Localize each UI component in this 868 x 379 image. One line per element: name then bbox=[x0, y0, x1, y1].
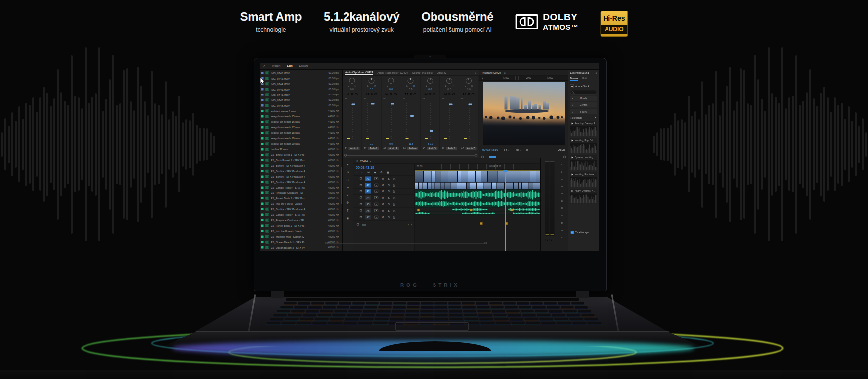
solo-button[interactable]: S bbox=[387, 196, 390, 199]
video-clip-thumbnail[interactable] bbox=[467, 183, 470, 190]
voiceover-mic-icon[interactable] bbox=[393, 197, 395, 199]
mute-button[interactable]: M bbox=[347, 92, 350, 96]
home-icon[interactable]: ⌂ bbox=[263, 64, 265, 68]
video-clip-thumbnail[interactable] bbox=[533, 183, 540, 190]
record-button[interactable]: O bbox=[472, 92, 475, 96]
solo-button[interactable]: S bbox=[387, 216, 390, 219]
work-area-bar[interactable] bbox=[415, 170, 540, 171]
play-icon[interactable] bbox=[572, 157, 574, 159]
mute-button[interactable]: M bbox=[405, 92, 408, 96]
video-clip-thumbnail[interactable] bbox=[498, 171, 505, 182]
voiceover-mic-icon[interactable] bbox=[393, 184, 395, 186]
volume-value[interactable]: 0.0 bbox=[370, 142, 373, 146]
bin-row[interactable]: seagull-on-beach 17.wav44100 Hz bbox=[260, 125, 342, 130]
lock-icon[interactable] bbox=[360, 190, 362, 192]
video-clip-thumbnail[interactable] bbox=[521, 171, 530, 182]
label-chip[interactable] bbox=[261, 181, 264, 184]
timeline-settings-icon[interactable]: ⚙ bbox=[380, 171, 383, 174]
volume-value[interactable]: -50.9 bbox=[427, 142, 433, 146]
label-chip[interactable] bbox=[261, 126, 264, 129]
video-clip-thumbnail[interactable] bbox=[484, 183, 491, 190]
label-chip[interactable] bbox=[261, 187, 264, 189]
mute-button[interactable]: M bbox=[381, 216, 384, 219]
label-chip[interactable] bbox=[261, 121, 264, 123]
bin-row[interactable]: seagull-on-beach 15.wav44100 Hz bbox=[260, 114, 342, 119]
lock-icon[interactable] bbox=[360, 216, 362, 218]
bin-row[interactable]: ES_Forest Birds 2 - SFX Pro48000 Hz bbox=[260, 195, 342, 201]
pan-knob[interactable] bbox=[446, 78, 452, 84]
video-clip-thumbnail[interactable] bbox=[448, 171, 457, 182]
channel-name-button[interactable]: Audio 4 bbox=[407, 147, 418, 150]
bin-row[interactable]: ES_Ocean Beach 1 - SFX Pr48000 Hz bbox=[260, 239, 342, 245]
mixer-hscrollbar[interactable] bbox=[345, 155, 476, 156]
search-input[interactable] bbox=[570, 90, 597, 95]
label-chip[interactable] bbox=[261, 115, 264, 118]
label-chip[interactable] bbox=[261, 176, 264, 178]
pan-value[interactable]: 0.0 bbox=[370, 88, 373, 91]
fader-handle[interactable] bbox=[410, 115, 414, 117]
panel-menu-icon[interactable]: ≡ bbox=[595, 71, 597, 74]
menu-item-edit[interactable]: Edit bbox=[287, 64, 292, 68]
track-header-row[interactable]: A7MS bbox=[353, 214, 415, 221]
record-button[interactable]: O bbox=[452, 92, 455, 96]
fit-timeline-icon[interactable]: ⇤⇥ bbox=[408, 223, 414, 226]
bin-row[interactable]: IMG_0747.MOV60.00 fps bbox=[260, 97, 342, 103]
label-chip[interactable] bbox=[261, 159, 264, 162]
timeline-ruler[interactable]: 00:00 00:04:59:16 bbox=[415, 164, 540, 170]
label-chip[interactable] bbox=[261, 94, 264, 96]
track-output-icon[interactable] bbox=[374, 177, 378, 180]
cc-badge-icon[interactable]: ▣ bbox=[387, 171, 389, 174]
fx-badge[interactable] bbox=[417, 209, 420, 211]
marker-icon[interactable]: ◆ bbox=[374, 171, 376, 174]
pan-knob[interactable] bbox=[388, 78, 394, 84]
video-clip-thumbnail[interactable] bbox=[423, 183, 427, 190]
fx-badge[interactable] bbox=[510, 209, 513, 211]
channel-name-button[interactable]: Audio 6 bbox=[446, 147, 457, 150]
video-clip-thumbnail[interactable] bbox=[435, 183, 440, 190]
playback-quality-dropdown[interactable]: Full ▾ bbox=[515, 148, 521, 151]
settings-wrench-icon[interactable]: ⚙ bbox=[526, 148, 528, 151]
bin-row[interactable]: ES_Fireplace Outdoors - SF48000 Hz bbox=[260, 190, 342, 195]
bin-row[interactable]: ambient waves 1.wav44100 Hz bbox=[260, 108, 342, 114]
pan-value[interactable]: 0.0 bbox=[447, 88, 451, 91]
pan-knob[interactable] bbox=[368, 78, 374, 84]
channel-name-button[interactable]: Audio 5 bbox=[427, 147, 437, 150]
bin-row[interactable]: ES_Bonfire - SFX Producer 448000 Hz bbox=[260, 206, 342, 212]
mute-button[interactable]: M bbox=[381, 196, 384, 199]
track-output-icon[interactable] bbox=[374, 203, 378, 206]
bin-row[interactable]: bonfire 32.wav48000 Hz bbox=[260, 147, 342, 152]
fader-handle[interactable] bbox=[391, 103, 394, 105]
track-badge[interactable]: A6 bbox=[365, 208, 371, 213]
video-clip-thumbnail[interactable] bbox=[536, 171, 540, 182]
label-chip[interactable] bbox=[261, 72, 264, 74]
track-output-icon[interactable] bbox=[374, 209, 378, 212]
video-clip-thumbnail[interactable] bbox=[529, 183, 533, 190]
video-clip-thumbnail[interactable] bbox=[519, 183, 521, 190]
track-badge[interactable]: A7 bbox=[365, 215, 371, 219]
bin-row[interactable]: IMG_0743.MOV60.00 fps bbox=[260, 76, 342, 81]
label-chip[interactable] bbox=[261, 148, 264, 151]
track-output-icon[interactable] bbox=[374, 190, 378, 193]
video-clip-thumbnail[interactable] bbox=[506, 171, 515, 182]
video-clip-thumbnail[interactable] bbox=[461, 171, 468, 182]
solo-button[interactable]: S bbox=[545, 238, 548, 242]
video-clip-thumbnail[interactable] bbox=[470, 183, 476, 190]
mute-button[interactable]: M bbox=[443, 92, 447, 96]
menu-item-import[interactable]: Import bbox=[272, 64, 280, 68]
audio-preview-card[interactable]: Dynamic, Inspiring… bbox=[570, 155, 597, 170]
solo-button[interactable]: S bbox=[390, 92, 392, 96]
tab-browse[interactable]: Browse bbox=[570, 77, 579, 81]
video-clip-thumbnail[interactable] bbox=[457, 183, 466, 190]
play-icon[interactable] bbox=[572, 123, 574, 125]
audio-track-2[interactable] bbox=[415, 201, 540, 208]
pan-value[interactable]: 0.0 bbox=[428, 88, 432, 91]
bin-row[interactable]: ES_Candle Flicker - SFX Pro48000 Hz bbox=[260, 185, 342, 190]
label-chip[interactable] bbox=[261, 241, 264, 243]
channel-name-button[interactable]: Audio 2 bbox=[368, 147, 379, 150]
tab-program[interactable]: Program: C0424 bbox=[482, 71, 501, 74]
fader-zone[interactable]: dB bbox=[401, 98, 420, 142]
solo-button[interactable]: S bbox=[351, 92, 353, 96]
label-chip[interactable] bbox=[261, 170, 264, 173]
label-chip[interactable] bbox=[261, 197, 264, 200]
channel-name-button[interactable]: Audio 1 bbox=[348, 147, 359, 150]
